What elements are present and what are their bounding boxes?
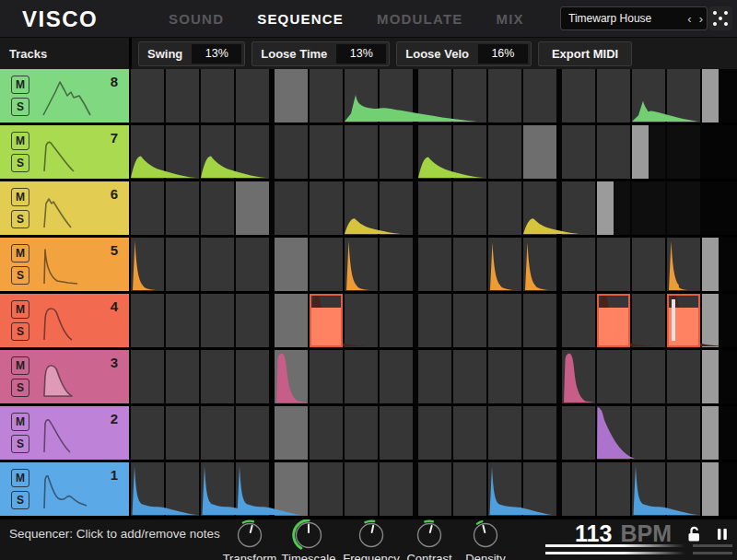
track-label-5[interactable]: MS5	[0, 238, 129, 291]
step-cell[interactable]	[131, 350, 164, 403]
settings-dots-icon[interactable]	[708, 6, 732, 30]
step-cell[interactable]	[166, 69, 199, 122]
step-cell[interactable]	[667, 350, 700, 403]
step-cell[interactable]	[418, 462, 451, 516]
bpm-value[interactable]: 113	[575, 520, 612, 547]
solo-button[interactable]: S	[11, 154, 29, 172]
note[interactable]	[131, 238, 173, 291]
preset-prev-arrow-icon[interactable]: ‹	[684, 12, 695, 26]
note[interactable]	[562, 350, 601, 403]
step-cell[interactable]	[418, 406, 451, 460]
mute-button[interactable]: M	[11, 469, 29, 487]
track-label-8[interactable]: MS8	[0, 69, 129, 122]
playhead-cell[interactable]	[275, 406, 308, 460]
step-cell[interactable]	[201, 181, 234, 235]
step-cell[interactable]	[597, 350, 630, 403]
step-cell[interactable]	[418, 238, 451, 291]
step-cell[interactable]	[310, 406, 343, 460]
step-cell[interactable]	[201, 350, 234, 403]
playhead-cell[interactable]	[236, 181, 269, 235]
track-label-3[interactable]: MS3	[0, 350, 129, 403]
note[interactable]	[418, 125, 485, 179]
step-cell[interactable]	[523, 294, 556, 347]
mute-button[interactable]: M	[11, 356, 29, 375]
step-cell[interactable]	[345, 350, 378, 403]
solo-button[interactable]: S	[11, 210, 29, 228]
step-cell[interactable]	[310, 350, 343, 403]
pause-icon[interactable]	[717, 528, 728, 541]
control-value[interactable]: 13%	[192, 44, 241, 64]
loop-end-marker[interactable]	[597, 181, 614, 235]
mute-button[interactable]: M	[11, 188, 29, 206]
step-cell[interactable]	[380, 125, 413, 179]
note[interactable]	[275, 350, 313, 403]
step-cell[interactable]	[310, 462, 343, 516]
note[interactable]	[488, 462, 558, 516]
step-cell[interactable]	[597, 238, 630, 291]
track-label-7[interactable]: MS7	[0, 125, 129, 179]
step-cell[interactable]	[236, 238, 269, 291]
track-label-6[interactable]: MS6	[0, 181, 129, 235]
step-cell[interactable]	[380, 350, 413, 403]
knob-density[interactable]: Density	[450, 519, 521, 560]
note[interactable]	[667, 238, 702, 291]
playhead-cell[interactable]	[523, 125, 556, 179]
note[interactable]	[523, 238, 566, 291]
note[interactable]	[597, 406, 660, 460]
note[interactable]	[236, 462, 306, 516]
track-label-4[interactable]: MS4	[0, 294, 129, 347]
note[interactable]	[345, 181, 404, 235]
step-cell[interactable]	[418, 350, 451, 403]
selected-note[interactable]	[597, 294, 630, 347]
step-cell[interactable]	[523, 406, 556, 460]
step-cell[interactable]	[201, 294, 234, 347]
step-cell[interactable]	[667, 406, 700, 460]
step-cell[interactable]	[131, 69, 164, 122]
step-cell[interactable]	[310, 125, 343, 179]
note[interactable]	[201, 125, 267, 179]
playhead-cell[interactable]	[275, 238, 308, 291]
step-cell[interactable]	[562, 238, 595, 291]
step-cell[interactable]	[488, 294, 521, 347]
step-cell[interactable]	[236, 350, 269, 403]
solo-button[interactable]: S	[11, 379, 29, 397]
step-cell[interactable]	[562, 294, 595, 347]
step-cell[interactable]	[201, 238, 234, 291]
step-cell[interactable]	[597, 462, 630, 516]
step-cell[interactable]	[166, 294, 199, 347]
step-cell[interactable]	[310, 181, 343, 235]
step-cell[interactable]	[453, 350, 486, 403]
solo-button[interactable]: S	[11, 491, 29, 509]
selected-note[interactable]	[310, 294, 343, 347]
step-cell[interactable]	[488, 406, 521, 460]
loop-end-marker[interactable]	[702, 238, 719, 291]
preset-selector[interactable]: Timewarp House ‹ ›	[560, 6, 708, 30]
step-cell[interactable]	[275, 181, 308, 235]
tab-modulate[interactable]: MODULATE	[377, 11, 462, 27]
solo-button[interactable]: S	[11, 322, 29, 341]
export-midi-button[interactable]: Export MIDI	[538, 41, 632, 66]
mute-button[interactable]: M	[11, 76, 29, 94]
playhead-cell[interactable]	[275, 294, 308, 347]
note[interactable]	[632, 69, 698, 122]
step-cell[interactable]	[201, 69, 234, 122]
step-cell[interactable]	[562, 69, 595, 122]
step-cell[interactable]	[562, 125, 595, 179]
step-cell[interactable]	[488, 181, 521, 235]
step-cell[interactable]	[380, 462, 413, 516]
step-cell[interactable]	[632, 350, 665, 403]
step-cell[interactable]	[131, 406, 164, 460]
loop-end-marker[interactable]	[702, 350, 719, 403]
step-cell[interactable]	[418, 294, 451, 347]
step-cell[interactable]	[380, 406, 413, 460]
loop-end-marker[interactable]	[702, 462, 719, 516]
step-cell[interactable]	[667, 125, 700, 179]
note[interactable]	[131, 462, 201, 516]
step-cell[interactable]	[310, 238, 343, 291]
knob-timescale[interactable]: Timescale	[274, 519, 344, 560]
note[interactable]	[523, 181, 583, 235]
tab-sequence[interactable]: SEQUENCE	[257, 11, 344, 27]
step-cell[interactable]	[166, 181, 199, 235]
note[interactable]	[131, 125, 197, 179]
step-cell[interactable]	[632, 238, 665, 291]
